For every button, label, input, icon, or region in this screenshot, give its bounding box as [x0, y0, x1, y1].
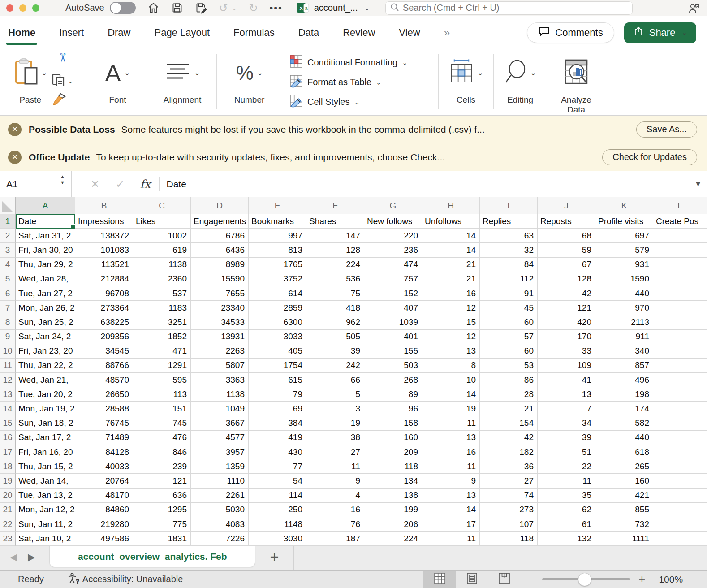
- cell-L7[interactable]: [653, 301, 707, 315]
- cell-A17[interactable]: Fri, Jan 16, 20: [16, 445, 75, 459]
- cell-K7[interactable]: 970: [595, 301, 653, 315]
- zoom-window-button[interactable]: [32, 4, 39, 12]
- cell-D14[interactable]: 1049: [191, 402, 249, 416]
- cell-C16[interactable]: 476: [133, 431, 191, 445]
- spin-down-icon[interactable]: ▼: [60, 180, 65, 185]
- cell-E12[interactable]: 615: [249, 373, 306, 387]
- cell-A6[interactable]: Tue, Jan 27, 2: [16, 286, 75, 301]
- cell-A2[interactable]: Sat, Jan 31, 2: [16, 229, 75, 243]
- cell-B11[interactable]: 88766: [75, 359, 133, 373]
- column-header-A[interactable]: A: [16, 197, 75, 214]
- cell-H5[interactable]: 21: [422, 272, 480, 286]
- cell-E10[interactable]: 405: [249, 344, 306, 359]
- cell-G10[interactable]: 155: [364, 344, 422, 359]
- cell-G6[interactable]: 152: [364, 286, 422, 301]
- cell-D17[interactable]: 3957: [191, 445, 249, 459]
- cell-G21[interactable]: 199: [364, 503, 422, 517]
- cell-E17[interactable]: 430: [249, 445, 306, 459]
- cell-I21[interactable]: 273: [480, 503, 538, 517]
- zoom-slider[interactable]: [542, 578, 630, 580]
- cell-B2[interactable]: 138372: [75, 229, 133, 243]
- cell-F14[interactable]: 3: [306, 402, 364, 416]
- cell-B9[interactable]: 209356: [75, 330, 133, 344]
- insert-function-icon[interactable]: fx: [140, 177, 151, 191]
- cell-K1[interactable]: Profile visits: [595, 214, 653, 229]
- column-header-F[interactable]: F: [306, 197, 364, 214]
- cell-D15[interactable]: 3667: [191, 416, 249, 431]
- cell-C7[interactable]: 1183: [133, 301, 191, 315]
- row-header-10[interactable]: 10: [0, 344, 16, 359]
- search-input[interactable]: [403, 3, 628, 13]
- cell-H3[interactable]: 14: [422, 243, 480, 257]
- cell-E8[interactable]: 6300: [249, 315, 306, 329]
- cell-H4[interactable]: 21: [422, 258, 480, 272]
- cell-I19[interactable]: 27: [480, 474, 538, 488]
- tab-review[interactable]: Review: [342, 23, 376, 42]
- cell-A15[interactable]: Sun, Jan 18, 2: [16, 416, 75, 431]
- zoom-in-icon[interactable]: +: [638, 572, 645, 586]
- cell-F3[interactable]: 128: [306, 243, 364, 257]
- editing-search-icon[interactable]: [504, 59, 527, 87]
- paste-icon[interactable]: [13, 58, 39, 88]
- row-header-4[interactable]: 4: [0, 258, 16, 272]
- cell-K4[interactable]: 931: [595, 258, 653, 272]
- cell-J11[interactable]: 109: [538, 359, 595, 373]
- cell-J19[interactable]: 11: [538, 474, 595, 488]
- cell-I5[interactable]: 112: [480, 272, 538, 286]
- cell-J8[interactable]: 420: [538, 315, 595, 329]
- row-header-13[interactable]: 13: [0, 387, 16, 402]
- row-header-1[interactable]: 1: [0, 214, 16, 229]
- cell-A10[interactable]: Fri, Jan 23, 20: [16, 344, 75, 359]
- cell-E2[interactable]: 997: [249, 229, 306, 243]
- document-title-chevron-icon[interactable]: ⌄: [364, 4, 370, 12]
- cell-I6[interactable]: 91: [480, 286, 538, 301]
- cell-E5[interactable]: 3752: [249, 272, 306, 286]
- cell-E1[interactable]: Bookmarks: [249, 214, 306, 229]
- cell-D5[interactable]: 15590: [191, 272, 249, 286]
- cell-E14[interactable]: 69: [249, 402, 306, 416]
- cell-I13[interactable]: 28: [480, 387, 538, 402]
- cell-E4[interactable]: 1765: [249, 258, 306, 272]
- row-header-19[interactable]: 19: [0, 474, 16, 488]
- cell-D16[interactable]: 4577: [191, 431, 249, 445]
- tabs-overflow-icon[interactable]: »: [443, 23, 451, 43]
- cell-C13[interactable]: 113: [133, 387, 191, 402]
- cut-icon[interactable]: ✂: [56, 52, 69, 74]
- cell-A5[interactable]: Wed, Jan 28,: [16, 272, 75, 286]
- active-sheet-tab[interactable]: account_overview_analytics. Feb: [49, 546, 255, 567]
- cell-J17[interactable]: 51: [538, 445, 595, 459]
- cell-F13[interactable]: 5: [306, 387, 364, 402]
- cell-G18[interactable]: 118: [364, 459, 422, 474]
- cell-C4[interactable]: 1138: [133, 258, 191, 272]
- cell-G3[interactable]: 236: [364, 243, 422, 257]
- cell-G14[interactable]: 96: [364, 402, 422, 416]
- cell-I16[interactable]: 42: [480, 431, 538, 445]
- cell-L23[interactable]: [653, 532, 707, 546]
- cell-L14[interactable]: [653, 402, 707, 416]
- redo-icon[interactable]: ↻: [249, 3, 258, 13]
- cell-L12[interactable]: [653, 373, 707, 387]
- format-as-table-button[interactable]: Format as Table ⌄: [289, 74, 382, 90]
- cell-F6[interactable]: 75: [306, 286, 364, 301]
- cell-K8[interactable]: 2113: [595, 315, 653, 329]
- cell-A14[interactable]: Mon, Jan 19, 2: [16, 402, 75, 416]
- name-box-spinner[interactable]: ▲ ▼: [60, 174, 65, 185]
- cell-K12[interactable]: 496: [595, 373, 653, 387]
- row-header-21[interactable]: 21: [0, 503, 16, 517]
- row-header-9[interactable]: 9: [0, 330, 16, 344]
- cell-D12[interactable]: 3363: [191, 373, 249, 387]
- cell-H19[interactable]: 9: [422, 474, 480, 488]
- cell-L9[interactable]: [653, 330, 707, 344]
- cell-D18[interactable]: 1359: [191, 459, 249, 474]
- cell-E20[interactable]: 114: [249, 489, 306, 503]
- cell-B1[interactable]: Impressions: [75, 214, 133, 229]
- tab-data[interactable]: Data: [297, 23, 320, 42]
- column-header-B[interactable]: B: [75, 197, 133, 214]
- cell-E7[interactable]: 2859: [249, 301, 306, 315]
- cell-K23[interactable]: 1111: [595, 532, 653, 546]
- cell-K15[interactable]: 582: [595, 416, 653, 431]
- column-header-H[interactable]: H: [422, 197, 480, 214]
- document-title[interactable]: account_...: [314, 3, 358, 13]
- row-header-18[interactable]: 18: [0, 459, 16, 474]
- cell-A12[interactable]: Wed, Jan 21,: [16, 373, 75, 387]
